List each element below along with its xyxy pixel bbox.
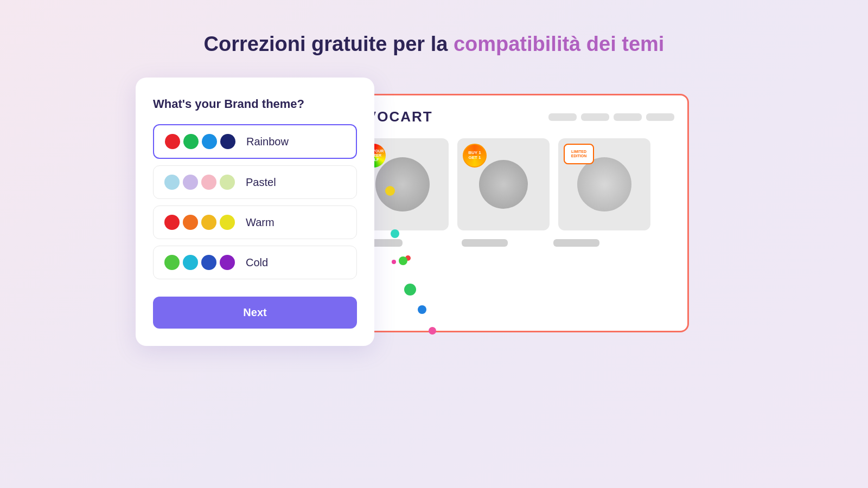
main-area: What's your Brand theme? Rainbow Pastel — [136, 78, 732, 346]
theme-option-cold[interactable]: Cold — [153, 246, 357, 279]
rainbow-label: Rainbow — [246, 136, 289, 148]
theme-option-warm[interactable]: Warm — [153, 206, 357, 239]
product-img-2 — [479, 160, 528, 209]
rainbow-dots — [165, 134, 235, 149]
dot-lilac — [183, 175, 198, 190]
warm-dots — [164, 215, 235, 230]
product-img-3 — [577, 157, 631, 211]
dot-warmred — [164, 215, 180, 230]
nav-pill-4 — [646, 113, 674, 121]
quiz-card: What's your Brand theme? Rainbow Pastel — [136, 78, 374, 346]
badge-2: BUY 1GET 1 — [463, 144, 487, 168]
quiz-title: What's your Brand theme? — [153, 97, 357, 111]
dot-blue — [202, 134, 217, 149]
nav-pills — [548, 113, 674, 121]
dot-yellow — [220, 215, 235, 230]
product-card-3: LIMITEDEDITION — [558, 138, 650, 230]
cold-dots — [164, 255, 235, 270]
dot-pink — [201, 175, 216, 190]
dot-sage — [220, 175, 235, 190]
dot-coldgreen — [164, 255, 180, 270]
footer-bar-3 — [553, 239, 599, 247]
pastel-label: Pastel — [246, 176, 276, 189]
dot-green — [183, 134, 199, 149]
dot-orange — [183, 215, 198, 230]
theme-option-pastel[interactable]: Pastel — [153, 165, 357, 199]
product-card-2: BUY 1GET 1 — [457, 138, 550, 230]
product-footer — [356, 239, 674, 247]
nav-pill-2 — [581, 113, 609, 121]
dot-red — [165, 134, 180, 149]
dot-teal — [183, 255, 198, 270]
dot-ind-2 — [392, 260, 396, 264]
theme-option-rainbow[interactable]: Rainbow — [153, 124, 357, 159]
product-grid: FOR YOURBETTERHALF BUY 1GET 1 LIMITEDEDI… — [356, 138, 674, 230]
product-img-1 — [375, 157, 430, 211]
nav-pill-1 — [548, 113, 577, 121]
dot-lightblue — [164, 175, 180, 190]
nav-pill-3 — [614, 113, 642, 121]
dot-darkblue — [220, 134, 235, 149]
dot-indigo — [201, 255, 216, 270]
cold-label: Cold — [246, 256, 268, 269]
preview-card: AVOCART FOR YOURBETTERHALF BUY 1GET 1 — [342, 94, 689, 332]
page-title: Correzioni gratuite per la compatibilità… — [204, 33, 665, 56]
badge-3: LIMITEDEDITION — [564, 144, 594, 164]
next-button[interactable]: Next — [153, 297, 357, 329]
dot-amber — [201, 215, 216, 230]
footer-bar-2 — [462, 239, 508, 247]
pastel-dots — [164, 175, 235, 190]
dot-purple — [220, 255, 235, 270]
preview-header: AVOCART — [356, 108, 674, 125]
warm-label: Warm — [246, 216, 275, 229]
